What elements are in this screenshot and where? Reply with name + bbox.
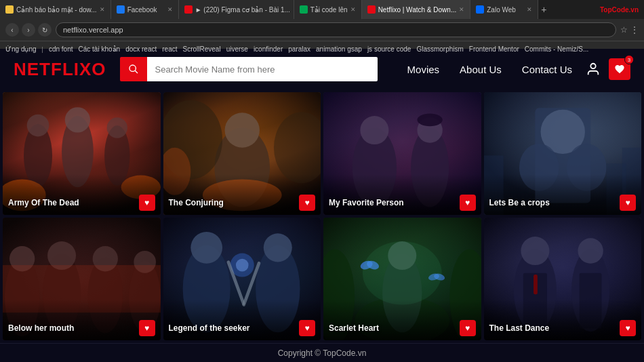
movie-card-favorite-person[interactable]: My Favorite Person ♥ (323, 92, 481, 215)
search-input[interactable] (147, 57, 378, 81)
nav-movies[interactable]: Movies (407, 64, 440, 75)
movie-heart-button[interactable]: ♥ (460, 195, 476, 211)
bookmark-glass[interactable]: Glassmorphism (416, 45, 463, 53)
movie-heart-button[interactable]: ♥ (460, 320, 476, 336)
movie-heart-button[interactable]: ♥ (620, 320, 636, 336)
tab-figma[interactable]: ► (220) Figma cơ bản - Bài 1... ✕ (179, 0, 294, 19)
movie-card-last-dance[interactable]: The Last Dance ♥ (484, 218, 642, 340)
heart-icon (614, 64, 625, 75)
bookmark-iconfinder[interactable]: iconfinder (254, 45, 283, 53)
user-icon (586, 62, 601, 77)
tab-zalo[interactable]: Zalo Web ✕ (470, 0, 538, 19)
tab-label: ► (220) Figma cơ bản - Bài 1... (195, 6, 290, 14)
browser-chrome: Cảnh báo bảo mật - dow... ✕ Facebook ✕ ►… (0, 0, 644, 49)
svg-point-47 (235, 259, 248, 272)
movie-heart-button[interactable]: ♥ (299, 195, 315, 211)
bookmark-scrollreveal[interactable]: ScrollReveal (183, 45, 221, 53)
nav-contact-us[interactable]: Contact Us (522, 64, 572, 75)
movie-heart-button[interactable]: ♥ (299, 320, 315, 336)
movie-card-legend-seeker[interactable]: Legend of the seeker ♥ (163, 218, 321, 340)
tab-label: Zalo Web (487, 6, 516, 14)
refresh-button[interactable]: ↻ (38, 23, 52, 37)
movie-info: Below her mouth ♥ (8, 320, 155, 336)
tab-canhbao[interactable]: Cảnh báo bảo mật - dow... ✕ (0, 0, 111, 19)
bookmark-star-icon[interactable]: ☆ (620, 25, 628, 35)
tab-netflixo[interactable]: Netflixo | Watch & Down... ✕ (362, 0, 471, 19)
movie-title: Legend of the seeker (169, 323, 250, 333)
svg-point-5 (65, 107, 90, 132)
tab-close[interactable]: ✕ (350, 6, 356, 13)
tab-favicon (5, 5, 14, 14)
address-input[interactable] (56, 22, 616, 37)
tab-label: Cảnh báo bảo mật - dow... (16, 6, 97, 14)
new-tab-button[interactable]: + (541, 4, 546, 15)
bookmark-accounts[interactable]: Các tài khoản (79, 45, 121, 53)
svg-point-45 (263, 233, 291, 262)
bookmark-commits[interactable]: Commits - Nemiz/S... (525, 45, 588, 53)
svg-point-43 (190, 232, 222, 264)
search-icon (128, 64, 139, 75)
movie-card-conjuring[interactable]: The Conjuring ♥ (163, 92, 321, 215)
browser-actions: ☆ ⋮ (620, 25, 639, 35)
tab-favicon (476, 5, 484, 14)
address-bar-row: ‹ › ↻ ☆ ⋮ (0, 19, 644, 41)
movie-heart-button[interactable]: ♥ (139, 195, 155, 211)
movie-info: The Conjuring ♥ (169, 195, 316, 211)
tab-bar: Cảnh báo bảo mật - dow... ✕ Facebook ✕ ►… (0, 0, 644, 19)
nav-links: Movies About Us Contact Us (407, 64, 572, 75)
movie-title: Lets Be a crops (489, 198, 550, 207)
bookmark-react[interactable]: react (162, 45, 177, 53)
bookmark-sep1: | (42, 46, 43, 53)
tab-favicon (367, 5, 376, 14)
bookmark-paralax[interactable]: paralax (288, 45, 310, 53)
tab-close[interactable]: ✕ (527, 6, 532, 13)
bookmark-docxreact[interactable]: docx react (125, 45, 157, 53)
movie-card-lets-be-crops[interactable]: Lets Be a crops ♥ (484, 92, 642, 215)
back-button[interactable]: ‹ (5, 23, 19, 37)
movie-title: Army Of The Dead (8, 198, 79, 207)
bookmark-uiverse[interactable]: uiverse (226, 45, 248, 53)
tab-close[interactable]: ✕ (167, 6, 173, 13)
movie-grid: Army Of The Dead ♥ (0, 89, 644, 343)
tab-label: Facebook (127, 6, 157, 14)
movie-heart-button[interactable]: ♥ (139, 320, 155, 336)
movie-card-below-her-mouth[interactable]: Below her mouth ♥ (3, 218, 161, 340)
forward-button[interactable]: › (22, 23, 35, 37)
netflixo-app: NETFLIXo Movies About Us Contact Us (0, 49, 644, 362)
nav-about-us[interactable]: About Us (460, 64, 502, 75)
tab-close[interactable]: ✕ (100, 6, 105, 13)
favorites-button[interactable]: 3 (609, 58, 630, 80)
tab-label: Tải code lên (310, 6, 348, 14)
movie-info: The Last Dance ♥ (489, 320, 637, 336)
user-icon-button[interactable] (586, 62, 601, 77)
footer-copyright: Copyright © TopCode.vn (278, 348, 367, 358)
bookmark-gsap[interactable]: animation gsap (316, 45, 362, 53)
svg-point-19 (360, 116, 388, 144)
navbar: NETFLIXo Movies About Us Contact Us (0, 49, 644, 89)
tab-label: Netflixo | Watch & Down... (378, 6, 457, 14)
movie-title: Scarlet Heart (329, 323, 379, 333)
movie-card-scarlet-heart[interactable]: Scarlet Heart ♥ (323, 218, 481, 340)
bookmark-cdnfont[interactable]: cdn font (49, 45, 73, 53)
svg-point-0 (590, 64, 595, 68)
svg-point-3 (27, 115, 49, 137)
svg-point-7 (107, 117, 127, 138)
movie-info: Legend of the seeker ♥ (169, 320, 316, 336)
movie-title: Below her mouth (8, 323, 74, 333)
movie-title: My Favorite Person (329, 198, 404, 207)
tab-facebook[interactable]: Facebook ✕ (111, 0, 179, 19)
tab-tailcode[interactable]: Tải code lên ✕ (294, 0, 362, 19)
movie-card-army-of-dead[interactable]: Army Of The Dead ♥ (3, 92, 161, 215)
search-button[interactable] (120, 57, 147, 81)
logo: NETFLIXo (14, 59, 106, 80)
movie-info: Lets Be a crops ♥ (489, 195, 637, 211)
extension-icon[interactable]: ⋮ (630, 25, 639, 35)
movie-info: My Favorite Person ♥ (329, 195, 476, 211)
movie-heart-button[interactable]: ♥ (620, 195, 636, 211)
bookmark-jssource[interactable]: js source code (367, 45, 411, 53)
nav-icons: 3 (586, 58, 630, 80)
svg-point-65 (578, 238, 603, 263)
tab-close[interactable]: ✕ (459, 6, 464, 13)
bookmark-apps[interactable]: Ứng dụng (5, 45, 37, 53)
bookmark-mentor[interactable]: Frontend Mentor (469, 45, 519, 53)
